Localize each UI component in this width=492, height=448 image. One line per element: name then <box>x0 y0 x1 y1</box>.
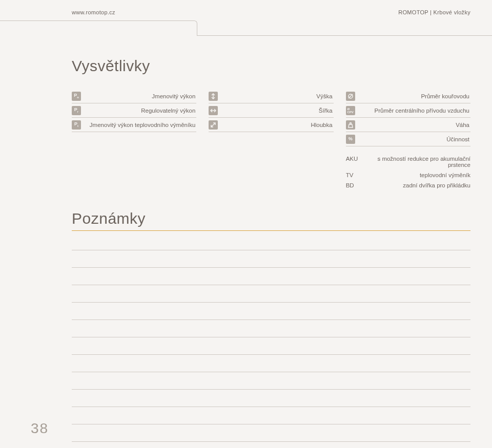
power-nominal-icon: Pn <box>72 92 81 101</box>
abbr-desc: teplovodní výměník <box>372 172 470 178</box>
abbr-row: TV teplovodní výměník <box>346 172 470 178</box>
legend-row: Pn Jmenovitý výkon <box>72 89 196 103</box>
abbr-row: AKU s možností redukce pro akumulační pr… <box>346 156 470 168</box>
notes-lines <box>72 233 470 442</box>
note-line <box>72 268 470 285</box>
abbr-code: AKU <box>346 156 372 168</box>
legend-columns: Pn Jmenovitý výkon Pr Regulovatelný výko… <box>72 89 470 193</box>
height-icon <box>209 92 218 101</box>
note-line <box>72 407 470 424</box>
weight-icon <box>346 120 355 130</box>
main-content: Vysvětlivky Pn Jmenovitý výkon Pr Regulo… <box>0 57 492 442</box>
note-line <box>72 424 470 442</box>
legend-label: Průměr centrálního přívodu vzduchu <box>355 108 470 114</box>
legend-col-3: Průměr kouřovodu ØCPV Průměr centrálního… <box>346 89 470 193</box>
svg-line-2 <box>211 123 215 127</box>
legend-label: Výška <box>218 93 333 99</box>
svg-point-5 <box>350 122 351 124</box>
legend-label: Hloubka <box>218 122 333 128</box>
legend-label: Regulovatelný výkon <box>81 108 196 114</box>
note-line <box>72 285 470 303</box>
page-number: 38 <box>31 420 49 437</box>
notes-title: Poznámky <box>72 210 470 231</box>
abbr-row: BD zadní dvířka pro přikládku <box>346 182 470 188</box>
power-adjustable-icon: Pr <box>72 106 81 115</box>
power-water-icon: Pt <box>72 120 81 130</box>
legend-label: Váha <box>355 122 470 128</box>
legend-row: Šířka <box>209 103 333 118</box>
legend-col-2: Výška Šířka Hloubka <box>209 89 333 193</box>
legend-label: Průměr kouřovodu <box>355 93 470 99</box>
abbr-desc: s možností redukce pro akumulační prsten… <box>372 156 470 168</box>
abbr-code: TV <box>346 172 372 178</box>
note-line <box>72 303 470 320</box>
legend-row: ØCPV Průměr centrálního přívodu vzduchu <box>346 103 470 118</box>
note-line <box>72 250 470 268</box>
legend-label: Účinnost <box>355 136 470 142</box>
legend-title: Vysvětlivky <box>72 57 470 75</box>
abbr-code: BD <box>346 182 372 188</box>
site-url: www.romotop.cz <box>72 9 115 15</box>
section-label: ROMOTOP | Krbové vložky <box>398 9 470 15</box>
legend-label: Jmenovitý výkon <box>81 93 196 99</box>
legend-row: Průměr kouřovodu <box>346 89 470 103</box>
note-line <box>72 337 470 355</box>
tab-divider <box>0 20 492 36</box>
legend-row: Pr Regulovatelný výkon <box>72 103 196 118</box>
width-icon <box>209 106 218 115</box>
note-line <box>72 233 470 250</box>
depth-icon <box>209 120 218 130</box>
abbr-desc: zadní dvířka pro přikládku <box>372 182 470 188</box>
air-inlet-icon: ØCPV <box>346 106 355 115</box>
note-line <box>72 355 470 372</box>
efficiency-icon: % <box>346 135 355 144</box>
legend-row: Váha <box>346 118 470 132</box>
legend-row: Hloubka <box>209 118 333 132</box>
legend-row: Pt Jmenovitý výkon teplovodního výměníku <box>72 118 196 132</box>
note-line <box>72 390 470 407</box>
legend-label: Jmenovitý výkon teplovodního výměníku <box>81 122 196 128</box>
note-line <box>72 372 470 390</box>
note-line <box>72 320 470 337</box>
legend-label: Šířka <box>218 108 333 114</box>
flue-diameter-icon <box>346 92 355 101</box>
page-header: www.romotop.cz ROMOTOP | Krbové vložky <box>0 0 492 20</box>
legend-row: Výška <box>209 89 333 103</box>
abbreviations: AKU s možností redukce pro akumulační pr… <box>346 156 470 188</box>
legend-row: % Účinnost <box>346 132 470 146</box>
legend-col-1: Pn Jmenovitý výkon Pr Regulovatelný výko… <box>72 89 196 193</box>
